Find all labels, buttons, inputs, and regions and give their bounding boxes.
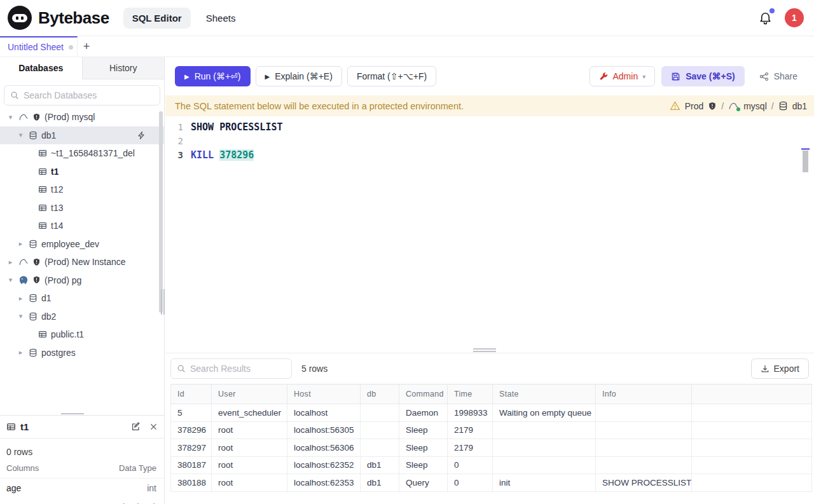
table-cell[interactable]: Sleep	[399, 421, 448, 439]
table-cell[interactable]	[493, 421, 596, 439]
chevron-right-icon[interactable]: ▸	[6, 258, 15, 266]
explain-button[interactable]: ▶ Explain (⌘+E)	[256, 66, 342, 86]
tree-item-prod-new-instance[interactable]: ▸(Prod) New Instance	[0, 253, 165, 271]
table-cell[interactable]: 2179	[448, 421, 493, 439]
table-cell[interactable]: root	[212, 421, 287, 439]
sql-code-editor[interactable]: 1SHOW PROCESSLIST23KILL 378296	[165, 116, 814, 346]
code-line-3[interactable]: 3KILL 378296	[165, 148, 814, 162]
table-cell[interactable]: db1	[361, 474, 399, 492]
table-cell[interactable]	[596, 439, 692, 457]
schema-column-age[interactable]: ageint	[0, 479, 164, 498]
table-cell[interactable]: 0	[448, 474, 493, 492]
table-cell[interactable]: Query	[399, 474, 448, 492]
sidebar-scrollbar[interactable]	[159, 111, 163, 313]
table-cell[interactable]: Sleep	[399, 439, 448, 457]
column-header-time[interactable]: Time	[448, 385, 493, 404]
column-header-user[interactable]: User	[212, 385, 287, 404]
table-cell[interactable]: Waiting on empty queue	[493, 404, 596, 422]
table-cell[interactable]: Daemon	[399, 404, 448, 422]
chevron-right-icon[interactable]: ▸	[17, 294, 25, 303]
database-search[interactable]	[4, 85, 160, 106]
save-button[interactable]: Save (⌘+S)	[661, 66, 744, 86]
table-cell[interactable]: root	[212, 439, 287, 457]
export-button[interactable]: Export	[751, 358, 809, 379]
edit-schema-icon[interactable]	[131, 422, 141, 432]
tree-item-postgres[interactable]: ▸postgres	[0, 344, 165, 362]
tree-item-public-t1[interactable]: public.t1	[0, 325, 165, 344]
brand[interactable]: Bytebase	[0, 6, 109, 30]
admin-mode-button[interactable]: Admin ▾	[590, 66, 655, 86]
code-line-2[interactable]: 2	[165, 134, 814, 148]
run-button[interactable]: ▶ Run (⌘+⏎)	[175, 66, 251, 86]
format-button[interactable]: Format (⇧+⌥+F)	[347, 66, 436, 86]
table-cell[interactable]: root	[212, 474, 287, 492]
table-cell[interactable]: root	[212, 456, 287, 474]
table-cell[interactable]: db1	[361, 456, 399, 474]
table-cell[interactable]: localhost	[287, 404, 361, 422]
close-icon[interactable]	[149, 423, 158, 431]
table-cell[interactable]: 378297	[171, 439, 212, 457]
tree-item-t14[interactable]: t14	[0, 217, 165, 235]
table-cell[interactable]: Sleep	[399, 456, 448, 474]
table-cell[interactable]: init	[493, 474, 596, 492]
tree-item-t1[interactable]: t1	[0, 163, 165, 181]
chevron-down-icon[interactable]: ▾	[17, 131, 25, 139]
column-header-host[interactable]: Host	[287, 385, 361, 404]
chevron-down-icon[interactable]: ▾	[6, 276, 15, 284]
editor-overview-ruler[interactable]	[801, 116, 810, 346]
column-header-state[interactable]: State	[493, 385, 596, 404]
table-cell[interactable]: 5	[171, 404, 212, 422]
tree-item-prod-mysql[interactable]: ▾(Prod) mysql	[0, 108, 165, 126]
table-cell[interactable]	[361, 421, 399, 439]
nav-sheets[interactable]: Sheets	[197, 8, 245, 29]
column-header-db[interactable]: db	[361, 385, 399, 404]
tab-untitled-sheet[interactable]: Untitled Sheet	[0, 36, 78, 57]
table-cell[interactable]	[596, 456, 692, 474]
table-cell[interactable]: event_scheduler	[212, 404, 287, 422]
avatar[interactable]: 1	[785, 8, 804, 27]
column-header-info[interactable]: Info	[596, 385, 692, 404]
table-cell[interactable]	[596, 421, 692, 439]
tree-item-t12[interactable]: t12	[0, 180, 165, 199]
table-cell[interactable]: localhost:56305	[287, 421, 361, 439]
tree-item-employee-dev[interactable]: ▸employee_dev	[0, 235, 165, 254]
tree-item-t1-1658481371-del[interactable]: ~t1_1658481371_del	[0, 144, 165, 163]
nav-sql-editor[interactable]: SQL Editor	[123, 8, 191, 29]
table-cell[interactable]: 1998933	[448, 404, 493, 422]
schema-column-name[interactable]: namevarchar(255)	[0, 498, 164, 504]
tab-databases[interactable]: Databases	[0, 57, 83, 79]
splitter-grip[interactable]	[473, 348, 496, 353]
results-search[interactable]	[170, 358, 292, 379]
code-line-1[interactable]: 1SHOW PROCESSLIST	[165, 120, 814, 134]
table-cell[interactable]: localhost:62352	[287, 456, 361, 474]
share-button[interactable]: Share	[750, 66, 807, 86]
chevron-down-icon[interactable]: ▾	[6, 113, 15, 121]
table-cell[interactable]	[493, 456, 596, 474]
tree-item-prod-pg[interactable]: ▾(Prod) pg	[0, 271, 165, 290]
tree-item-db2[interactable]: ▾db2	[0, 308, 165, 326]
tree-item-t13[interactable]: t13	[0, 199, 165, 217]
table-cell[interactable]: 380187	[171, 456, 212, 474]
table-cell[interactable]	[493, 439, 596, 457]
chevron-right-icon[interactable]: ▸	[17, 240, 25, 248]
tree-item-d1[interactable]: ▸d1	[0, 289, 165, 308]
add-sheet-button[interactable]: +	[78, 36, 95, 57]
table-cell[interactable]: 2179	[448, 439, 493, 457]
editor-scrollbar-thumb[interactable]	[803, 151, 808, 172]
results-search-input[interactable]	[190, 364, 286, 374]
table-cell[interactable]	[596, 404, 692, 422]
column-header-command[interactable]: Command	[399, 385, 448, 404]
database-search-input[interactable]	[24, 90, 154, 100]
tab-history[interactable]: History	[83, 57, 165, 79]
table-cell[interactable]: localhost:56306	[287, 439, 361, 457]
table-cell[interactable]: 380188	[171, 474, 212, 492]
sync-schema-icon[interactable]	[137, 131, 146, 140]
table-cell[interactable]: SHOW PROCESSLIST	[596, 474, 692, 492]
table-cell[interactable]: 0	[448, 456, 493, 474]
notification-bell-icon[interactable]	[758, 10, 773, 25]
chevron-down-icon[interactable]: ▾	[17, 312, 25, 320]
table-cell[interactable]: 378296	[171, 421, 212, 439]
table-cell[interactable]	[361, 404, 399, 422]
chevron-right-icon[interactable]: ▸	[17, 348, 25, 357]
column-header-id[interactable]: Id	[171, 385, 212, 404]
